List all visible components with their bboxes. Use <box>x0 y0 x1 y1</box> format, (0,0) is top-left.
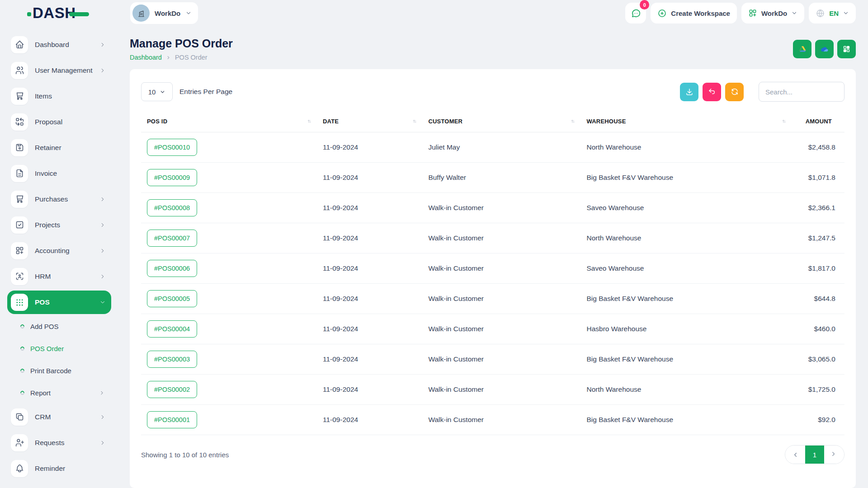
chevron-right-icon <box>99 42 106 48</box>
onedrive-icon <box>820 44 830 54</box>
sidebar-subitem-print-barcode[interactable]: Print Barcode <box>7 360 111 382</box>
page-head: Manage POS Order Dashboard POS Order <box>130 37 856 61</box>
app-logo[interactable]: DASH <box>27 5 89 22</box>
sidebar-subitem-report[interactable]: Report <box>7 382 111 404</box>
chevron-right-icon <box>99 196 106 202</box>
google-drive-button[interactable] <box>793 40 811 58</box>
pagination-page-1[interactable]: 1 <box>805 446 824 464</box>
google-drive-icon <box>798 45 807 54</box>
sidebar-item-label: Accounting <box>35 247 70 255</box>
pos-id-badge[interactable]: #POS00009 <box>147 169 197 186</box>
create-workspace-button[interactable]: Create Workspace <box>651 3 737 23</box>
sort-icon[interactable] <box>306 118 312 125</box>
cell-date: 11-09-2024 <box>317 163 422 193</box>
sidebar-item-invoice[interactable]: Invoice <box>7 160 111 186</box>
plus-circle-icon <box>657 9 667 18</box>
workspace-menu-button[interactable]: WorkDo <box>741 3 804 23</box>
table-row: #POS0000911-09-2024Buffy WalterBig Baske… <box>141 163 844 193</box>
apps-button[interactable] <box>837 40 856 58</box>
cell-customer: Juliet May <box>422 132 580 163</box>
cart-icon <box>15 91 24 101</box>
pos-id-badge[interactable]: #POS00003 <box>147 351 197 368</box>
entries-per-page-select[interactable]: 10 <box>141 82 173 101</box>
undo-button[interactable] <box>703 83 721 101</box>
checkbox-icon <box>15 220 24 230</box>
grid-add-icon <box>15 246 24 255</box>
pos-id-badge[interactable]: #POS00002 <box>147 381 197 398</box>
sidebar-item-requests[interactable]: Requests <box>7 430 111 455</box>
home-icon <box>15 40 24 49</box>
sidebar-item-crm[interactable]: CRM <box>7 404 111 430</box>
cell-warehouse: North Warehouse <box>580 223 792 253</box>
sidebar-item-items[interactable]: Items <box>7 83 111 109</box>
toolbar-actions <box>680 82 844 102</box>
sidebar: DashboardUser ManagementItemsProposalRet… <box>0 26 118 488</box>
refresh-button[interactable] <box>725 83 744 101</box>
chevron-down-icon <box>160 89 165 95</box>
users-icon <box>15 66 24 75</box>
floppy-icon <box>15 143 24 152</box>
apps-grid-icon <box>842 45 851 53</box>
export-download-button[interactable] <box>680 83 698 101</box>
language-label: EN <box>829 9 839 17</box>
sidebar-item-user-management[interactable]: User Management <box>7 57 111 83</box>
table-header: POS IDDATECUSTOMERWAREHOUSEAMOUNT <box>141 114 844 132</box>
bell-icon <box>11 460 28 477</box>
sort-icon[interactable] <box>411 118 418 125</box>
search-input[interactable] <box>759 82 844 102</box>
user-plus-icon <box>15 438 24 447</box>
sidebar-item-hrm[interactable]: HRM <box>7 263 111 289</box>
cell-date: 11-09-2024 <box>317 344 422 375</box>
sidebar-item-reminder[interactable]: Reminder <box>7 455 111 481</box>
column-header-date[interactable]: DATE <box>317 114 422 132</box>
cell-pos-id: #POS00001 <box>141 405 317 435</box>
topbar-right: 0 Create Workspace WorkDo EN <box>625 3 868 23</box>
column-header-warehouse[interactable]: WAREHOUSE <box>580 114 792 132</box>
sidebar-item-pos[interactable]: POS <box>7 291 111 314</box>
breadcrumb-dashboard-link[interactable]: Dashboard <box>130 54 162 61</box>
cell-pos-id: #POS00004 <box>141 314 317 344</box>
pos-id-badge[interactable]: #POS00008 <box>147 199 197 216</box>
cell-warehouse: Big Basket F&V Warehouse <box>580 344 792 375</box>
cell-customer: Walk-in Customer <box>422 223 580 253</box>
pos-id-badge[interactable]: #POS00010 <box>147 139 197 156</box>
workspace-selector[interactable]: WorkDo <box>130 2 198 24</box>
sidebar-subitem-add-pos[interactable]: Add POS <box>7 315 111 338</box>
grid-add-icon <box>11 242 28 259</box>
pos-id-badge[interactable]: #POS00001 <box>147 411 197 428</box>
column-header-pos-id[interactable]: POS ID <box>141 114 317 132</box>
sidebar-subitem-pos-order[interactable]: POS Order <box>7 338 111 360</box>
sort-icon[interactable] <box>780 118 787 125</box>
sidebar-item-accounting[interactable]: Accounting <box>7 238 111 263</box>
cell-pos-id: #POS00006 <box>141 253 317 284</box>
sidebar-item-dashboard[interactable]: Dashboard <box>7 32 111 57</box>
pos-order-card: 10 Entries Per Page <box>130 69 856 488</box>
sort-icon[interactable] <box>569 118 576 125</box>
column-header-customer[interactable]: CUSTOMER <box>422 114 580 132</box>
cell-warehouse: Big Basket F&V Warehouse <box>580 405 792 435</box>
pagination-next-button[interactable] <box>824 446 844 464</box>
main-content: Manage POS Order Dashboard POS Order <box>118 26 868 488</box>
cell-date: 11-09-2024 <box>317 314 422 344</box>
sidebar-item-label: Projects <box>35 221 60 229</box>
sidebar-item-purchases[interactable]: Purchases <box>7 186 111 212</box>
cell-pos-id: #POS00005 <box>141 284 317 314</box>
sidebar-item-projects[interactable]: Projects <box>7 212 111 238</box>
sidebar-item-proposal[interactable]: Proposal <box>7 109 111 135</box>
sidebar-item-retainer[interactable]: Retainer <box>7 135 111 160</box>
chat-button[interactable]: 0 <box>625 3 646 23</box>
workspace-name: WorkDo <box>155 9 180 17</box>
cell-customer: Walk-in Customer <box>422 253 580 284</box>
pagination-prev-button[interactable] <box>785 446 805 464</box>
chevron-right-icon <box>99 273 106 280</box>
cart-icon <box>11 191 28 208</box>
cell-pos-id: #POS00009 <box>141 163 317 193</box>
pos-id-badge[interactable]: #POS00005 <box>147 290 197 307</box>
entries-per-page-label: Entries Per Page <box>179 88 232 96</box>
pos-id-badge[interactable]: #POS00006 <box>147 260 197 277</box>
language-button[interactable]: EN <box>809 3 856 23</box>
chevron-down-icon <box>843 10 849 16</box>
onedrive-button[interactable] <box>815 40 834 58</box>
pos-id-badge[interactable]: #POS00004 <box>147 320 197 338</box>
pos-id-badge[interactable]: #POS00007 <box>147 230 197 247</box>
